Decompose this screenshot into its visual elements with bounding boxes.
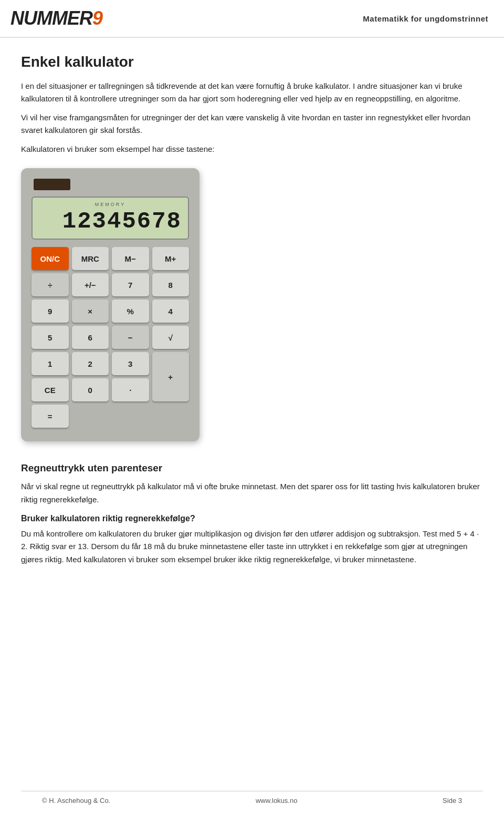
btn-subtract[interactable]: − [112, 326, 149, 349]
solar-panel [34, 179, 70, 190]
footer-side-label: Side [443, 797, 456, 804]
btn-sqrt[interactable]: √ [152, 326, 190, 349]
btn-multiply[interactable]: × [72, 300, 109, 323]
calc-display: MEMORY 12345678 [32, 197, 189, 240]
btn-mminus[interactable]: M− [112, 247, 149, 270]
btn-6[interactable]: 6 [72, 326, 109, 349]
btn-divide[interactable]: ÷ [32, 273, 69, 296]
logo-text: NUMMER9 [10, 7, 102, 29]
btn-8[interactable]: 8 [152, 273, 190, 296]
display-memory-label: MEMORY [39, 202, 182, 207]
btn-dot[interactable]: · [112, 378, 149, 401]
page-header: NUMMER9 Matematikk for ungdomstrinnet [0, 0, 504, 38]
btn-onc[interactable]: ON/C [32, 247, 69, 270]
btn-4[interactable]: 4 [152, 300, 190, 323]
btn-0[interactable]: 0 [72, 378, 109, 401]
calculator-wrapper: MEMORY 12345678 ON/C MRC M− M+ ÷ +/− 7 8… [21, 168, 483, 441]
btn-7[interactable]: 7 [112, 273, 149, 296]
intro-paragraph-3: Kalkulatoren vi bruker som eksempel har … [21, 143, 483, 156]
btn-add[interactable]: + [152, 352, 190, 401]
section2-heading: Bruker kalkulatoren riktig regnerekkeføl… [21, 514, 483, 523]
btn-equals[interactable]: = [32, 405, 69, 428]
footer-website: www.lokus.no [256, 797, 297, 804]
calculator: MEMORY 12345678 ON/C MRC M− M+ ÷ +/− 7 8… [21, 168, 200, 441]
section2-paragraph: Du må kontrollere om kalkulatoren du bru… [21, 528, 483, 566]
footer-copyright: © H. Aschehoug & Co. [42, 797, 110, 804]
footer-page: Side 3 [443, 797, 462, 804]
footer-page-number: 3 [458, 797, 462, 804]
main-content: Enkel kalkulator I en del situasjoner er… [0, 38, 504, 605]
calc-buttons: ON/C MRC M− M+ ÷ +/− 7 8 9 × % 4 5 6 − [32, 247, 189, 428]
header-subtitle: Matematikk for ungdomstrinnet [363, 14, 488, 23]
logo: NUMMER9 [10, 7, 102, 29]
intro-paragraph-1: I en del situasjoner er tallregningen så… [21, 80, 483, 105]
btn-2[interactable]: 2 [72, 352, 109, 375]
display-number: 12345678 [39, 208, 182, 234]
btn-mplus[interactable]: M+ [152, 247, 190, 270]
logo-nummer: NUMMER [10, 7, 92, 29]
btn-9[interactable]: 9 [32, 300, 69, 323]
btn-1[interactable]: 1 [32, 352, 69, 375]
page-title: Enkel kalkulator [21, 54, 483, 70]
logo-9: 9 [92, 7, 102, 29]
btn-mrc[interactable]: MRC [72, 247, 109, 270]
btn-5[interactable]: 5 [32, 326, 69, 349]
page-footer: © H. Aschehoug & Co. www.lokus.no Side 3 [21, 791, 483, 804]
btn-percent[interactable]: % [112, 300, 149, 323]
section1-paragraph: Når vi skal regne ut regneuttrykk på kal… [21, 480, 483, 507]
btn-plusminus[interactable]: +/− [72, 273, 109, 296]
btn-ce[interactable]: CE [32, 378, 69, 401]
btn-3[interactable]: 3 [112, 352, 149, 375]
section1-heading: Regneuttrykk uten parenteser [21, 462, 483, 474]
intro-paragraph-2: Vi vil her vise framgangsmåten for utreg… [21, 111, 483, 137]
